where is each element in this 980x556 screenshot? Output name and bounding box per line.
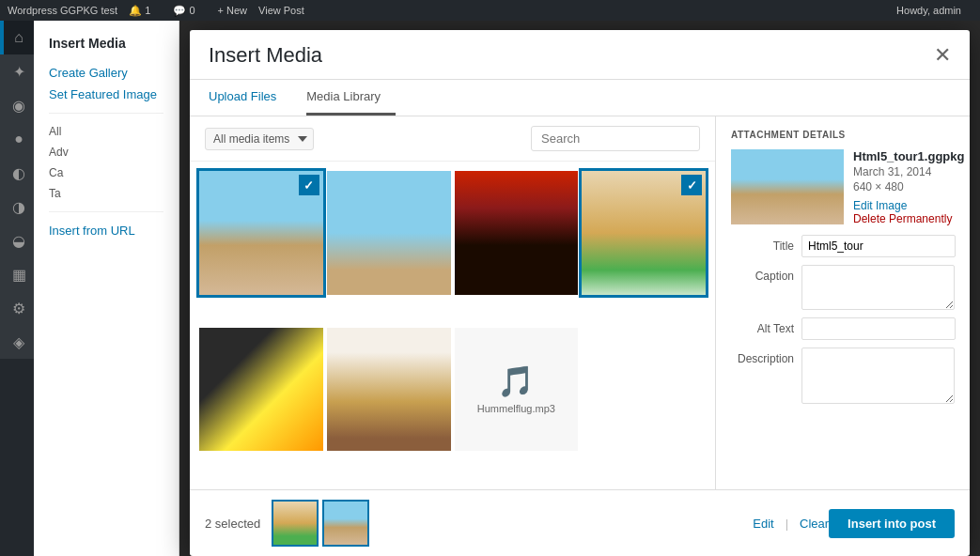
delete-permanently-link[interactable]: Delete Permanently <box>853 212 964 225</box>
sidebar-icon-8[interactable]: ▦ <box>0 257 34 291</box>
modal-close-button[interactable]: ✕ <box>934 45 951 66</box>
selected-thumb-reindeer[interactable] <box>272 500 319 547</box>
attachment-filename: Html5_tour1.ggpkg <box>853 149 964 163</box>
edit-image-link[interactable]: Edit Image <box>853 199 964 212</box>
selected-thumbs: 2 selected <box>205 500 741 547</box>
tab-upload-files[interactable]: Upload Files <box>209 80 291 116</box>
media-check-plaza: ✓ <box>299 175 319 195</box>
attachment-size: 640 × 480 <box>853 180 964 193</box>
topbar-howdy: Howdy, admin <box>896 5 961 16</box>
sidebar-icon-5[interactable]: ◐ <box>0 156 34 190</box>
caption-textarea[interactable] <box>801 265 955 310</box>
footer-actions: Edit | Clear <box>753 517 829 531</box>
media-item-glove[interactable] <box>199 328 323 452</box>
description-textarea[interactable] <box>801 348 955 404</box>
left-panel-all: All <box>34 121 179 142</box>
sidebar-icon-settings[interactable]: ⚙ <box>0 291 34 325</box>
attachment-date: March 31, 2014 <box>853 165 964 178</box>
sidebar-icon-10[interactable]: ◈ <box>0 325 34 359</box>
insert-into-post-button[interactable]: Insert into post <box>829 509 955 538</box>
attachment-preview: Html5_tour1.ggpkg March 31, 2014 640 × 4… <box>731 149 955 225</box>
tab-media-library[interactable]: Media Library <box>306 80 396 116</box>
media-grid: ✓ ✓ 🎵 <box>190 162 715 489</box>
search-input[interactable] <box>531 126 700 151</box>
modal-tabs: Upload Files Media Library <box>190 80 970 116</box>
caption-label: Caption <box>731 265 801 283</box>
alt-text-input[interactable] <box>801 317 956 340</box>
sidebar-icon-3[interactable]: ◉ <box>0 88 34 122</box>
media-item-mp3[interactable]: 🎵 Hummelflug.mp3 <box>455 328 579 452</box>
attachment-meta: Html5_tour1.ggpkg March 31, 2014 640 × 4… <box>853 149 964 225</box>
modal-footer: 2 selected Edit | Clear Insert into post <box>190 489 970 556</box>
sidebar-icon-6[interactable]: ◑ <box>0 190 34 224</box>
attachment-details-title: ATTACHMENT DETAILS <box>731 130 955 140</box>
modal-title: Insert Media <box>209 43 322 68</box>
left-panel-adv: Adv <box>34 142 179 162</box>
attachment-details-panel: ATTACHMENT DETAILS Html5_tour1.ggpkg Mar… <box>716 116 970 489</box>
media-item-plaza[interactable]: ✓ <box>199 171 323 295</box>
detail-row-title: Title <box>731 235 955 257</box>
sidebar-icon-7[interactable]: ◒ <box>0 224 34 257</box>
topbar-new[interactable]: + New <box>218 5 248 16</box>
selected-count: 2 selected <box>205 517 260 531</box>
media-check-reindeer: ✓ <box>681 175 702 195</box>
description-label: Description <box>731 348 801 365</box>
title-input[interactable] <box>801 235 956 257</box>
footer-sep: | <box>786 517 788 531</box>
insert-from-url-link[interactable]: Insert from URL <box>34 220 179 241</box>
media-item-theater[interactable] <box>455 171 579 295</box>
selected-thumb-plaza[interactable] <box>322 500 369 547</box>
modal-body: All media items ✓ ✓ <box>190 116 970 489</box>
media-item-reindeer[interactable]: ✓ <box>582 171 706 295</box>
title-label: Title <box>731 235 801 253</box>
modal-overlay: Insert Media ✕ Upload Files Media Librar… <box>179 21 980 556</box>
create-gallery-link[interactable]: Create Gallery <box>34 62 179 84</box>
topbar: Wordpress GGPKG test 🔔 1 💬 0 + New View … <box>0 0 980 21</box>
left-panel-ca: Ca <box>34 162 179 183</box>
attachment-thumb <box>731 149 844 224</box>
detail-row-description: Description <box>731 348 955 404</box>
media-item-arch[interactable] <box>327 171 451 295</box>
modal: Insert Media ✕ Upload Files Media Librar… <box>190 30 970 556</box>
media-grid-area: All media items ✓ ✓ <box>190 116 716 489</box>
modal-header: Insert Media ✕ <box>190 30 970 80</box>
topbar-view-post[interactable]: View Post <box>258 5 304 16</box>
media-filter-select[interactable]: All media items <box>205 128 314 150</box>
edit-link[interactable]: Edit <box>753 517 773 531</box>
alt-text-label: Alt Text <box>731 317 801 335</box>
sidebar-icon-2[interactable]: ✦ <box>0 54 34 88</box>
media-toolbar: All media items <box>190 116 715 162</box>
topbar-comments[interactable]: 💬 0 <box>173 5 206 17</box>
detail-row-caption: Caption <box>731 265 955 310</box>
set-featured-image-link[interactable]: Set Featured Image <box>34 84 179 105</box>
topbar-site-name[interactable]: Wordpress GGPKG test <box>8 5 117 16</box>
detail-row-alt-text: Alt Text <box>731 317 955 340</box>
topbar-notif[interactable]: 🔔 1 <box>129 5 162 17</box>
mp3-icon: 🎵 <box>497 363 535 399</box>
sidebar-icon-home[interactable]: ⌂ <box>0 21 34 54</box>
sidebar-icon-4[interactable]: ● <box>0 122 34 156</box>
mp3-name: Hummelflug.mp3 <box>474 403 559 414</box>
left-panel: Insert Media Create Gallery Set Featured… <box>34 21 179 556</box>
media-item-room[interactable] <box>327 328 451 452</box>
left-panel-ta: Ta <box>34 183 179 204</box>
left-panel-title: Insert Media <box>34 36 179 62</box>
clear-link[interactable]: Clear <box>800 517 829 531</box>
